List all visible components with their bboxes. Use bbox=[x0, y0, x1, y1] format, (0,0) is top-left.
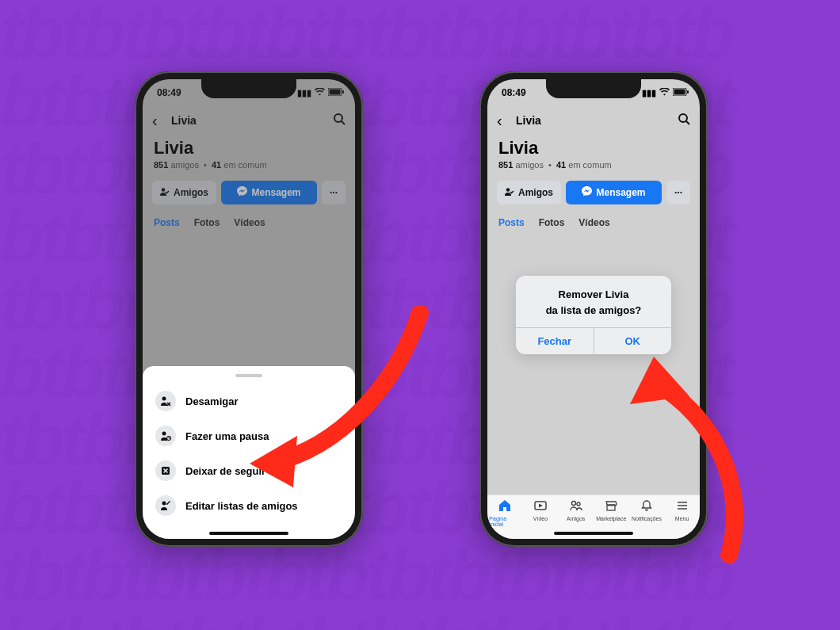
sheet-item-label: Fazer uma pausa bbox=[185, 430, 269, 442]
friends-button[interactable]: Amigos bbox=[497, 181, 561, 204]
alert-ok-button[interactable]: OK bbox=[594, 328, 672, 354]
wifi-icon bbox=[659, 88, 670, 97]
home-indicator[interactable] bbox=[209, 532, 288, 535]
svg-point-20 bbox=[506, 188, 510, 191]
alert-line1: Remover Livia bbox=[524, 287, 663, 303]
phone-notch bbox=[201, 79, 296, 98]
search-icon[interactable] bbox=[678, 113, 690, 128]
tab-photos[interactable]: Fotos bbox=[539, 217, 565, 228]
profile-name: Livia bbox=[498, 138, 689, 158]
ellipsis-icon: ··· bbox=[674, 187, 682, 198]
svg-point-14 bbox=[162, 502, 166, 506]
sheet-item-snooze[interactable]: Fazer uma pausa bbox=[154, 418, 344, 453]
message-button[interactable]: Mensagem bbox=[566, 181, 662, 204]
sheet-item-edit-lists[interactable]: Editar listas de amigos bbox=[154, 488, 344, 523]
phone-notch bbox=[546, 79, 641, 98]
svg-point-6 bbox=[162, 397, 166, 401]
tab-videos[interactable]: Vídeos bbox=[578, 217, 609, 228]
sheet-item-label: Editar listas de amigos bbox=[185, 500, 298, 512]
sheet-item-unfriend[interactable]: Desamigar bbox=[154, 384, 344, 418]
more-button[interactable]: ··· bbox=[666, 181, 690, 204]
nav-title: Livia bbox=[516, 114, 541, 127]
home-indicator[interactable] bbox=[554, 532, 633, 535]
menu-icon bbox=[676, 499, 689, 514]
nav-friends[interactable]: Amigos bbox=[560, 499, 592, 521]
messenger-icon bbox=[582, 186, 592, 199]
svg-point-9 bbox=[162, 432, 166, 436]
nav-bar: ‹ Livia bbox=[487, 106, 700, 135]
video-icon bbox=[534, 499, 547, 514]
nav-video[interactable]: Vídeo bbox=[525, 499, 556, 521]
svg-point-18 bbox=[679, 114, 687, 122]
sheet-item-label: Deixar de seguir bbox=[185, 465, 265, 477]
sheet-grabber[interactable] bbox=[235, 374, 262, 377]
svg-point-23 bbox=[577, 502, 580, 506]
person-check-icon bbox=[505, 187, 514, 199]
sheet-item-label: Desamigar bbox=[185, 395, 238, 407]
sheet-item-unfollow[interactable]: Deixar de seguir bbox=[154, 453, 344, 488]
svg-rect-16 bbox=[674, 90, 685, 95]
bell-icon bbox=[640, 499, 653, 514]
profile-friends-line: 851 amigos • 41 em comum bbox=[498, 160, 689, 170]
back-icon[interactable]: ‹ bbox=[497, 112, 502, 130]
tab-posts[interactable]: Posts bbox=[498, 217, 525, 228]
unfriend-icon bbox=[155, 391, 176, 411]
signal-icon: ▮▮▮ bbox=[642, 88, 656, 98]
friends-icon bbox=[570, 499, 582, 514]
marketplace-icon bbox=[605, 499, 617, 514]
svg-line-19 bbox=[686, 121, 689, 124]
home-icon bbox=[498, 499, 511, 514]
svg-point-22 bbox=[571, 502, 575, 506]
confirm-dialog: Remover Livia da lista de amigos? Fechar… bbox=[516, 276, 671, 354]
svg-rect-17 bbox=[687, 90, 689, 94]
snooze-icon bbox=[155, 426, 176, 446]
tabs: Posts Fotos Vídeos bbox=[487, 212, 700, 233]
unfollow-icon bbox=[155, 460, 176, 481]
alert-line2: da lista de amigos? bbox=[524, 303, 663, 319]
battery-icon bbox=[673, 88, 689, 97]
nav-marketplace[interactable]: Marketplace bbox=[595, 499, 627, 521]
phone-mockup-right: 08:49 ▮▮▮ ‹ Livia L bbox=[479, 71, 708, 547]
status-time: 08:49 bbox=[502, 87, 526, 98]
action-sheet: Desamigar Fazer uma pausa Deixar de segu… bbox=[143, 366, 355, 539]
nav-menu[interactable]: Menu bbox=[666, 499, 698, 521]
alert-close-button[interactable]: Fechar bbox=[516, 328, 594, 354]
phone-mockup-left: 08:49 ▮▮▮ ‹ Livia L bbox=[135, 71, 363, 547]
edit-lists-icon bbox=[155, 495, 176, 516]
nav-notifications[interactable]: Notificações bbox=[631, 499, 662, 521]
nav-home[interactable]: Página Inicial bbox=[489, 499, 521, 527]
